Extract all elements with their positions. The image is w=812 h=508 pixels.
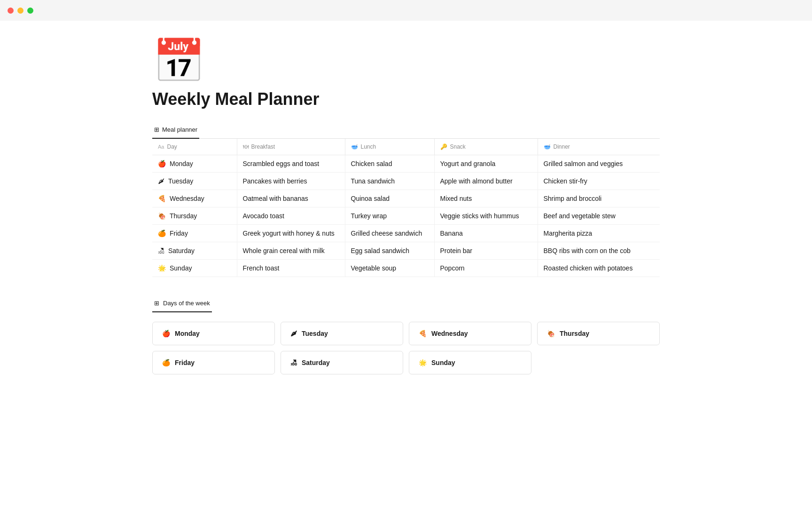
- col-header-snack: 🔑 Snack: [434, 139, 538, 155]
- day-name: Friday: [170, 230, 188, 237]
- cell-breakfast: Avocado toast: [237, 207, 345, 225]
- close-button[interactable]: [8, 8, 14, 14]
- cell-snack: Mixed nuts: [434, 190, 538, 207]
- cell-day: 🍕 Wednesday: [152, 190, 237, 207]
- col-header-breakfast: 🍽 Breakfast: [237, 139, 345, 155]
- cell-lunch: Turkey wrap: [345, 207, 434, 225]
- col-header-lunch: 🥣 Lunch: [345, 139, 434, 155]
- cell-day: 🍎 Monday: [152, 155, 237, 173]
- cell-lunch: Grilled cheese sandwich: [345, 225, 434, 242]
- table-row[interactable]: 🍊 Friday Greek yogurt with honey & nuts …: [152, 225, 660, 242]
- cell-breakfast: Oatmeal with bananas: [237, 190, 345, 207]
- cell-snack: Veggie sticks with hummus: [434, 207, 538, 225]
- meal-table: Aa Day 🍽 Breakfast 🥣 Lunch: [152, 139, 660, 277]
- day-card[interactable]: 🍕 Wednesday: [409, 322, 531, 345]
- cell-day: 🍊 Friday: [152, 225, 237, 242]
- cell-breakfast: Greek yogurt with honey & nuts: [237, 225, 345, 242]
- cell-snack: Banana: [434, 225, 538, 242]
- day-card-emoji: 🏖: [290, 359, 297, 366]
- cell-dinner: Shrimp and broccoli: [538, 190, 660, 207]
- day-emoji: 🍖: [158, 212, 166, 220]
- maximize-button[interactable]: [27, 8, 33, 14]
- day-emoji: 🌶: [158, 177, 164, 185]
- cell-lunch: Tuna sandwich: [345, 173, 434, 190]
- table-row[interactable]: 🍎 Monday Scrambled eggs and toast Chicke…: [152, 155, 660, 173]
- cell-day: 🏖 Saturday: [152, 242, 237, 260]
- cell-lunch: Quinoa salad: [345, 190, 434, 207]
- day-name: Wednesday: [170, 195, 204, 202]
- cell-dinner: BBQ ribs with corn on the cob: [538, 242, 660, 260]
- cell-breakfast: Whole grain cereal with milk: [237, 242, 345, 260]
- day-name: Tuesday: [168, 177, 193, 185]
- cell-lunch: Egg salad sandwich: [345, 242, 434, 260]
- main-content: 📅 Weekly Meal Planner ⊞ Meal planner Aa …: [124, 21, 688, 403]
- table-header-row: Aa Day 🍽 Breakfast 🥣 Lunch: [152, 139, 660, 155]
- day-name: Saturday: [168, 247, 195, 254]
- tab-bar: ⊞ Meal planner: [152, 122, 660, 139]
- col-header-dinner: 🥣 Dinner: [538, 139, 660, 155]
- day-card-label: Friday: [175, 359, 195, 366]
- day-card[interactable]: 🍎 Monday: [152, 322, 275, 345]
- day-card-emoji: 🍊: [162, 359, 170, 366]
- cell-day: 🍖 Thursday: [152, 207, 237, 225]
- day-name: Monday: [170, 160, 193, 167]
- day-card-emoji: 🍎: [162, 330, 170, 337]
- page-title: Weekly Meal Planner: [152, 89, 660, 109]
- titlebar: [0, 0, 812, 21]
- day-card-label: Monday: [175, 330, 200, 337]
- cell-dinner: Chicken stir-fry: [538, 173, 660, 190]
- day-card[interactable]: 🍊 Friday: [152, 351, 275, 374]
- table-icon: ⊞: [154, 126, 159, 133]
- breakfast-icon: 🍽: [243, 143, 249, 150]
- days-section-header: ⊞ Days of the week: [152, 296, 212, 312]
- grid-icon: ⊞: [154, 300, 159, 307]
- table-row[interactable]: 🍖 Thursday Avocado toast Turkey wrap Veg…: [152, 207, 660, 225]
- snack-icon: 🔑: [440, 143, 447, 150]
- day-card[interactable]: 🌶 Tuesday: [281, 322, 403, 345]
- cell-dinner: Roasted chicken with potatoes: [538, 260, 660, 277]
- tab-meal-planner[interactable]: ⊞ Meal planner: [152, 122, 199, 139]
- table-row[interactable]: 🌶 Tuesday Pancakes with berries Tuna san…: [152, 173, 660, 190]
- cell-dinner: Grilled salmon and veggies: [538, 155, 660, 173]
- cell-dinner: Margherita pizza: [538, 225, 660, 242]
- day-card-emoji: 🍕: [419, 330, 427, 337]
- cell-breakfast: French toast: [237, 260, 345, 277]
- lunch-icon: 🥣: [351, 143, 358, 150]
- day-emoji: 🍊: [158, 230, 166, 237]
- cell-day: 🌶 Tuesday: [152, 173, 237, 190]
- day-name: Sunday: [170, 264, 192, 272]
- day-card[interactable]: 🌟 Sunday: [409, 351, 531, 374]
- days-section: ⊞ Days of the week 🍎 Monday 🌶 Tuesday 🍕 …: [152, 296, 660, 374]
- days-section-label: Days of the week: [163, 300, 210, 307]
- day-card-emoji: 🌟: [419, 359, 427, 366]
- day-emoji: 🍎: [158, 160, 166, 167]
- cell-day: 🌟 Sunday: [152, 260, 237, 277]
- day-card-label: Thursday: [560, 330, 589, 337]
- page-icon: 📅: [152, 40, 660, 82]
- days-grid-row2: 🍊 Friday 🏖 Saturday 🌟 Sunday: [152, 351, 660, 374]
- col-header-day: Aa Day: [152, 139, 237, 155]
- day-card-label: Sunday: [431, 359, 455, 366]
- tab-label: Meal planner: [162, 126, 197, 133]
- cell-breakfast: Scrambled eggs and toast: [237, 155, 345, 173]
- cell-breakfast: Pancakes with berries: [237, 173, 345, 190]
- cell-lunch: Chicken salad: [345, 155, 434, 173]
- dinner-icon: 🥣: [544, 143, 551, 150]
- table-row[interactable]: 🏖 Saturday Whole grain cereal with milk …: [152, 242, 660, 260]
- day-card-emoji: 🍖: [547, 330, 555, 337]
- day-emoji: 🌟: [158, 264, 166, 272]
- days-grid-row1: 🍎 Monday 🌶 Tuesday 🍕 Wednesday 🍖 Thursda…: [152, 322, 660, 345]
- aa-icon: Aa: [158, 144, 164, 150]
- minimize-button[interactable]: [17, 8, 23, 14]
- day-card[interactable]: 🍖 Thursday: [537, 322, 660, 345]
- day-card[interactable]: 🏖 Saturday: [281, 351, 403, 374]
- day-emoji: 🍕: [158, 195, 166, 202]
- table-row[interactable]: 🌟 Sunday French toast Vegetable soup Pop…: [152, 260, 660, 277]
- table-row[interactable]: 🍕 Wednesday Oatmeal with bananas Quinoa …: [152, 190, 660, 207]
- cell-lunch: Vegetable soup: [345, 260, 434, 277]
- cell-snack: Yogurt and granola: [434, 155, 538, 173]
- cell-snack: Popcorn: [434, 260, 538, 277]
- cell-snack: Protein bar: [434, 242, 538, 260]
- day-emoji: 🏖: [158, 247, 164, 254]
- cell-snack: Apple with almond butter: [434, 173, 538, 190]
